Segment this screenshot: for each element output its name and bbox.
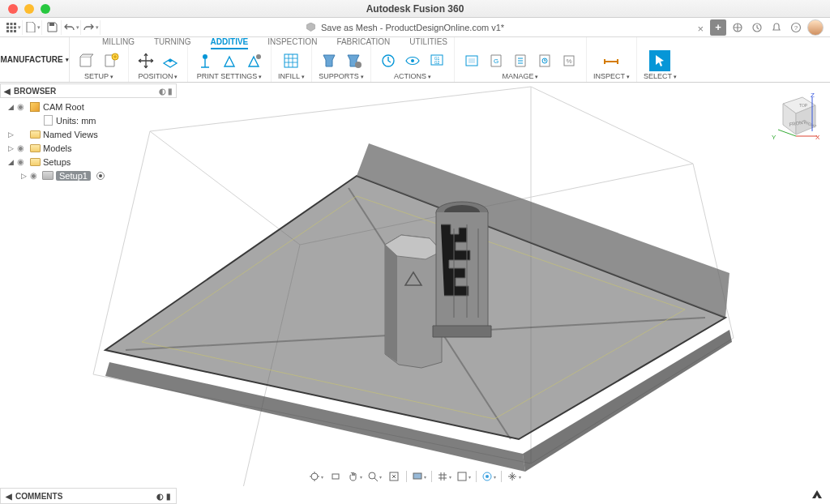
tree-row-setup1[interactable]: ▷◉ Setup1 [5,169,177,182]
tab-fabrication[interactable]: FABRICATION [336,36,390,49]
svg-rect-6 [6,30,9,32]
template-library-icon[interactable] [510,50,531,71]
ribbon-group-label[interactable]: ACTIONS [394,72,431,80]
zoom-icon[interactable] [367,469,382,484]
machine-library-icon[interactable] [461,50,482,71]
document-icon [306,23,315,32]
look-at-icon[interactable] [328,469,343,484]
axis-y: Y [772,134,777,141]
svg-rect-5 [14,26,16,28]
view-cube[interactable]: FRONT TOP RIGHT X Y Z [770,89,822,144]
generate-icon[interactable] [378,50,399,71]
user-avatar[interactable] [807,19,824,36]
tool-library-icon[interactable]: G [486,50,507,71]
browser-settings-icon[interactable]: ◐ [159,87,166,96]
svg-text:%: % [566,58,571,65]
select-arrow-icon[interactable] [649,50,670,71]
axis-x: X [815,134,820,141]
pan-icon[interactable] [348,469,362,484]
comments-settings-icon[interactable]: ◐ ▮ [156,492,171,501]
ribbon-group-label[interactable]: PRINT SETTINGS [197,72,262,80]
workspace-switcher[interactable]: MANUFACTURE [0,37,70,82]
svg-rect-37 [413,473,421,479]
support-bar-icon[interactable] [319,50,340,71]
ribbon-group-label[interactable]: SELECT [644,72,677,80]
visibility-toggle[interactable]: ◉ [30,171,40,180]
post-process-icon[interactable]: G1G2 [426,50,447,71]
tree-row-cam-root[interactable]: ◢◉ CAM Root [5,100,177,113]
infill-icon[interactable] [280,50,302,71]
measure-icon[interactable] [601,50,622,71]
grid-settings-icon[interactable] [437,469,451,484]
app-menu-button[interactable] [5,20,23,35]
svg-rect-9 [49,23,54,26]
new-design-button[interactable]: + [710,19,726,36]
nc-program-icon[interactable] [101,50,122,71]
file-menu-button[interactable] [24,20,42,35]
tab-inspection[interactable]: INSPECTION [267,36,317,49]
svg-rect-0 [6,23,9,25]
svg-rect-2 [14,23,16,25]
save-button[interactable] [44,20,62,35]
arrange-icon[interactable] [160,50,181,71]
viewports-icon[interactable] [481,469,496,484]
print-setting-icon[interactable] [195,50,216,71]
redo-button[interactable] [83,20,101,35]
ribbon-group-label[interactable]: INFILL [278,72,305,80]
undo-button[interactable] [63,20,81,35]
svg-point-33 [311,473,318,480]
tree-row-named-views[interactable]: ▷ Named Views [5,127,177,141]
svg-rect-38 [458,472,466,481]
visibility-toggle[interactable]: ◉ [17,157,27,166]
support-volume-icon[interactable] [343,50,364,71]
svg-rect-25 [468,58,475,63]
svg-rect-7 [10,30,12,32]
document-name: Save as Mesh - ProductDesignOnline.com v… [321,23,504,32]
tree-row-models[interactable]: ▷◉ Models [5,141,177,155]
tab-milling[interactable]: MILLING [102,36,135,49]
svg-text:?: ? [794,24,798,32]
new-setup-icon[interactable] [76,50,97,71]
svg-rect-34 [332,474,339,479]
document-tab[interactable]: Save as Mesh - ProductDesignOnline.com v… [101,23,710,32]
browser-header[interactable]: ◀ BROWSER ◐▮ [0,83,177,98]
close-document-button[interactable]: × [697,23,704,35]
ribbon-group-label[interactable]: MANAGE [502,72,538,80]
move-icon[interactable] [135,50,156,71]
ribbon-group-label[interactable]: SETUP [84,72,113,80]
visibility-toggle[interactable]: ◉ [17,143,27,152]
snap-settings-icon[interactable] [456,469,471,484]
quick-access-toolbar: Save as Mesh - ProductDesignOnline.com v… [0,18,830,37]
active-setup-radio[interactable] [96,172,105,180]
browser-pin-icon[interactable]: ▮ [168,87,173,96]
tree-row-units[interactable]: Units: mm [5,113,177,127]
simulate-icon[interactable] [402,50,423,71]
notifications-icon[interactable] [768,19,785,36]
window-title: Autodesk Fusion 360 [0,3,830,15]
title-bar: Autodesk Fusion 360 [0,0,830,18]
visibility-toggle[interactable]: ◉ [17,102,27,111]
tree-row-setups[interactable]: ◢◉ Setups [5,155,177,169]
addins-icon[interactable]: % [558,50,580,71]
task-manager-icon[interactable] [534,50,555,71]
svg-point-15 [203,54,208,59]
tab-additive[interactable]: ADDITIVE [211,36,249,49]
svg-rect-4 [10,26,12,28]
ribbon-group-label[interactable]: SUPPORTS [319,72,363,80]
extensions-icon[interactable] [729,19,746,36]
svg-rect-3 [6,26,9,28]
fit-icon[interactable] [387,469,401,484]
ribbon-group-label[interactable]: POSITION [139,72,178,80]
help-icon[interactable]: ? [788,19,804,36]
effects-icon[interactable] [507,469,521,484]
display-settings-icon[interactable] [412,469,426,484]
tab-utilities[interactable]: UTILITIES [409,36,447,49]
ribbon-group-label[interactable]: INSPECT [593,72,630,80]
comments-panel-header[interactable]: ◀ COMMENTS ◐ ▮ [0,488,177,504]
orbit-icon[interactable] [309,469,323,484]
job-status-icon[interactable] [749,19,765,36]
print-setting-icon[interactable] [243,50,264,71]
tab-turning[interactable]: TURNING [154,36,191,49]
print-setting-icon[interactable] [219,50,240,71]
svg-text:G: G [494,58,498,65]
